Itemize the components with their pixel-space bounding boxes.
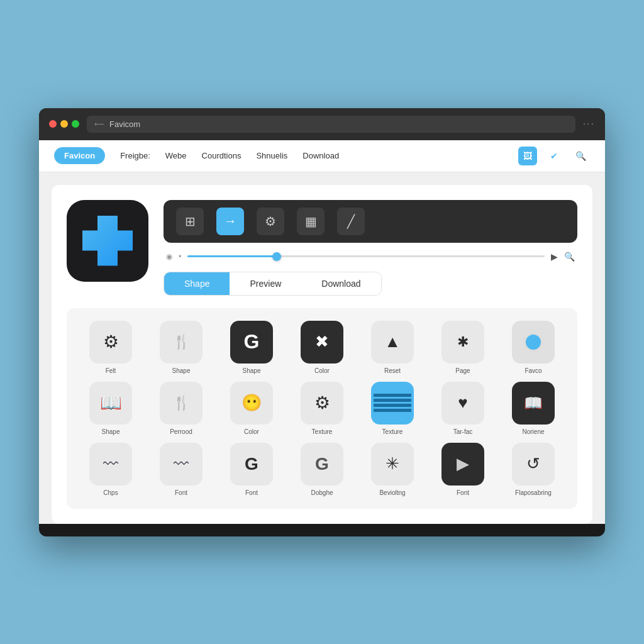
icon-tile-page: ✱ (441, 321, 484, 364)
toolbar-area: ⊞ → ⚙ ▦ ╱ ◉ • ▶ 🔍 (164, 200, 577, 296)
list-item[interactable]: 〰 Chps (79, 443, 142, 496)
toolbar-icon-arrow[interactable]: → (216, 208, 244, 235)
icon-label: Color (244, 428, 259, 435)
toolbar-icon-grid[interactable]: ⊞ (176, 208, 204, 235)
slider-dot-icon: • (179, 252, 181, 261)
traffic-light-close[interactable] (49, 120, 57, 128)
list-item[interactable]: Texture (361, 382, 424, 435)
icon-label: Texture (312, 428, 333, 435)
list-item[interactable]: ♥ Tar-fac (431, 382, 494, 435)
tab-download[interactable]: Download (301, 272, 380, 295)
icon-label: Font (245, 489, 258, 496)
icon-tile-flapos: ↺ (512, 443, 555, 486)
back-arrow-icon: ⟵ (94, 120, 104, 128)
icon-tile-favco (512, 321, 555, 364)
icon-tile-face: 😶 (230, 382, 273, 425)
list-item[interactable]: ⚙ Texture (291, 382, 353, 435)
icon-tile-texture2 (371, 382, 414, 425)
slider-thumb[interactable] (272, 252, 281, 261)
icon-tile-font3: ▶ (441, 443, 484, 486)
icon-label: Dobghe (311, 489, 333, 496)
nav-logo-button[interactable]: Favicon (54, 147, 105, 164)
toolbar-icon-slash[interactable]: ╱ (337, 208, 365, 235)
list-item[interactable]: G Font (220, 443, 283, 496)
slider-end-icon: ▶ (551, 252, 558, 262)
list-item[interactable]: ✖ Color (291, 321, 353, 374)
tab-row: Shape Preview Download (164, 272, 382, 296)
list-item[interactable]: 📖 Noriene (502, 382, 565, 435)
icon-tile-shape: 🍴 (160, 321, 203, 364)
browser-content: Favicon Freigbe: Webe Courdtions Shnueli… (39, 140, 605, 524)
icon-label: Reset (384, 367, 401, 374)
list-item[interactable]: 🍴 Shape (150, 321, 213, 374)
tab-preview[interactable]: Preview (230, 272, 301, 295)
icon-tile-tarfac: ♥ (441, 382, 484, 425)
icons-grid: ⚙ Felt 🍴 Shape G Shape ✖ Color ▲ (67, 308, 577, 509)
toolbar: ⊞ → ⚙ ▦ ╱ (164, 200, 577, 243)
list-item[interactable]: ▶ Font (431, 443, 494, 496)
list-item[interactable]: ✱ Page (431, 321, 494, 374)
traffic-light-minimize[interactable] (60, 120, 68, 128)
slider-left-icon: ◉ (166, 252, 172, 261)
list-item[interactable]: 📖 Shape (79, 382, 142, 435)
nav-link-shnuelis[interactable]: Shnuelis (256, 151, 287, 160)
icon-tile-book: 📖 (89, 382, 132, 425)
icon-label: Page (455, 367, 470, 374)
nav-link-courdtions[interactable]: Courdtions (202, 151, 242, 160)
list-item[interactable]: 〰 Font (150, 443, 213, 496)
browser-chrome: ⟵ Favicom ··· (39, 108, 605, 140)
icon-label: Shape (243, 367, 261, 374)
icon-tile-perrood: 🍴 (160, 382, 203, 425)
app-icon (67, 200, 148, 282)
icon-tile-felt: ⚙ (89, 321, 132, 364)
browser-window: ⟵ Favicom ··· Favicon Freigbe: Webe Cour… (39, 108, 605, 536)
nav-icons: 🖼 ✔ 🔍 (518, 147, 590, 165)
list-item[interactable]: G Dobghe (291, 443, 353, 496)
icon-label: Perrood (170, 428, 192, 435)
icon-label: Font (175, 489, 187, 496)
browser-menu[interactable]: ··· (583, 118, 595, 130)
icon-label: Font (457, 489, 469, 496)
icon-tile-g: G (230, 321, 273, 364)
list-item[interactable]: ▲ Reset (361, 321, 424, 374)
icon-tile-dobghe: G (301, 443, 343, 486)
nav-icon-check[interactable]: ✔ (545, 147, 564, 165)
address-bar[interactable]: ⟵ Favicom (87, 116, 575, 133)
icon-tile-chps: 〰 (89, 443, 132, 486)
nav-icon-image[interactable]: 🖼 (518, 147, 537, 165)
slider-row: ◉ • ▶ 🔍 (164, 252, 577, 262)
icon-tile-font1: 〰 (160, 443, 203, 486)
list-item[interactable]: 😶 Color (220, 382, 283, 435)
nav-link-freigbe[interactable]: Freigbe: (120, 151, 150, 160)
icon-tile-texture: ⚙ (301, 382, 343, 425)
nav-link-download[interactable]: Download (303, 151, 339, 160)
tab-shape[interactable]: Shape (164, 272, 230, 295)
icon-label: Color (314, 367, 330, 374)
icon-tile-font2: G (230, 443, 273, 486)
nav-link-webe[interactable]: Webe (165, 151, 187, 160)
icon-label: Flaposabring (515, 489, 552, 496)
toolbar-icon-layout[interactable]: ▦ (297, 208, 325, 235)
list-item[interactable]: 🍴 Perrood (150, 382, 213, 435)
nav-icon-search[interactable]: 🔍 (571, 147, 590, 165)
list-item[interactable]: ↺ Flaposabring (502, 443, 565, 496)
icon-label: Favco (525, 367, 541, 374)
icon-label: Noriene (522, 428, 544, 435)
app-icon-inner (82, 216, 133, 266)
icon-label: Shape (172, 367, 191, 374)
list-item[interactable]: ✳ Bevioltng (361, 443, 424, 496)
traffic-light-fullscreen[interactable] (72, 120, 79, 128)
main-content: ⊞ → ⚙ ▦ ╱ ◉ • ▶ 🔍 (52, 185, 592, 524)
icon-tile-noriene: 📖 (512, 382, 555, 425)
icon-label: Bevioltng (379, 489, 405, 496)
list-item[interactable]: ⚙ Felt (79, 321, 142, 374)
icon-label: Tar-fac (453, 428, 473, 435)
icon-tile-star: ✳ (371, 443, 414, 486)
address-text: Favicom (109, 119, 140, 129)
slider-track[interactable] (187, 255, 545, 257)
icon-tile-color: ✖ (301, 321, 343, 364)
list-item[interactable]: G Shape (220, 321, 283, 374)
toolbar-search-icon[interactable]: 🔍 (564, 252, 575, 262)
list-item[interactable]: Favco (502, 321, 565, 374)
toolbar-icon-gear[interactable]: ⚙ (257, 208, 284, 235)
